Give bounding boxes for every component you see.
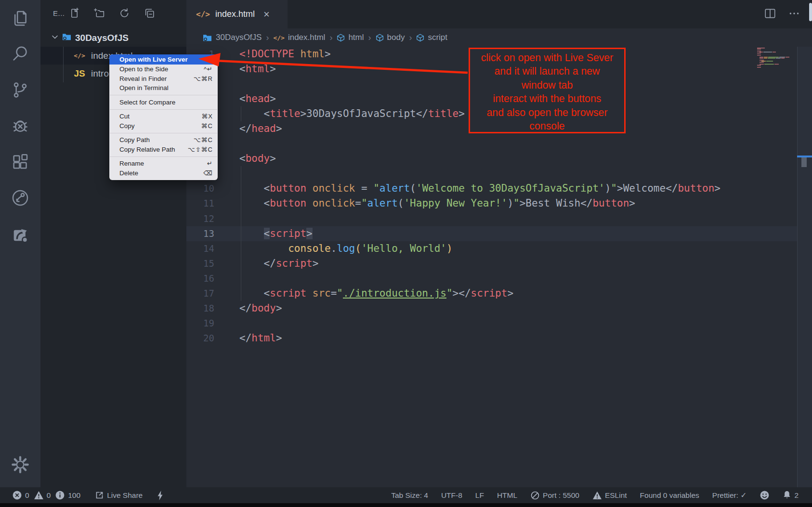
line-content: console.log('Hello, World') (221, 241, 453, 256)
minimap[interactable] (756, 48, 796, 70)
line-content: <button onclick = "alert('Welcome to 30D… (221, 181, 720, 196)
code-line-17[interactable]: 17 <script src="./introduction.js"></scr… (186, 286, 812, 301)
menu-item-open-with-live-server[interactable]: Open with Live Server (109, 54, 218, 65)
breadcrumb-item-html[interactable]: html (337, 33, 364, 42)
status-prettier-[interactable]: Prettier: ✓ (712, 491, 747, 500)
status-label: LF (475, 491, 484, 500)
status-tab-size-4[interactable]: Tab Size: 4 (391, 491, 428, 500)
status-label: HTML (497, 491, 517, 500)
code-line-13[interactable]: 13 <script> (186, 226, 812, 241)
new-file-button[interactable] (68, 7, 80, 21)
menu-separator (110, 156, 217, 157)
html-file-icon: </> (72, 52, 87, 59)
code-line-20[interactable]: 20</html> (186, 331, 812, 346)
line-content (221, 271, 239, 286)
activity-item-extensions[interactable] (10, 153, 30, 173)
menu-separator (110, 95, 217, 95)
status-eslint[interactable]: ESLint (592, 491, 627, 500)
menu-item-copy-relative-path[interactable]: Copy Relative Path⌥⇧⌘C (109, 145, 218, 155)
tab-index-html[interactable]: </> index.html × (186, 0, 288, 28)
menu-item-reveal-in-finder[interactable]: Reveal in Finder⌥⌘R (109, 74, 218, 84)
line-content: </html> (221, 331, 282, 346)
code-line-8[interactable]: 8<body> (186, 151, 812, 166)
line-number: 13 (186, 226, 221, 241)
tab-bar: </> index.html × (186, 0, 812, 28)
menu-item-delete[interactable]: Delete⌫ (109, 169, 218, 178)
activity-item-run-debug[interactable] (10, 117, 30, 137)
menu-item-label: Rename (119, 160, 144, 167)
menu-item-open-in-terminal[interactable]: Open in Terminal (109, 83, 218, 93)
menu-item-copy[interactable]: Copy⌘C (109, 121, 218, 131)
refresh-button[interactable] (118, 7, 131, 21)
status-lf[interactable]: LF (475, 491, 484, 500)
menu-item-shortcut: ⌘X (201, 113, 213, 120)
code-line-11[interactable]: 11 <button onclick="alert('Happy New Yea… (186, 196, 812, 211)
menu-item-select-for-compare[interactable]: Select for Compare (109, 98, 218, 107)
bolt-icon (157, 490, 164, 501)
code-line-10[interactable]: 10 <button onclick = "alert('Welcome to … (186, 181, 812, 196)
split-editor-icon[interactable] (764, 7, 776, 22)
menu-item-copy-path[interactable]: Copy Path⌥⌘C (109, 135, 218, 145)
status-live-share[interactable]: Live Share (94, 491, 143, 500)
breadcrumb-item-index.html[interactable]: </>index.html (273, 33, 325, 42)
port-icon (530, 491, 540, 500)
activity-item-settings[interactable] (10, 455, 30, 476)
line-content: <html> (221, 62, 276, 77)
menu-item-cut[interactable]: Cut⌘X (109, 112, 218, 121)
menu-item-open-to-the-side[interactable]: Open to the Side^↵ (109, 65, 218, 74)
status-html[interactable]: HTML (497, 491, 517, 500)
status-label: 100 (68, 491, 80, 500)
tree-indent-guide (63, 47, 64, 82)
code-line-15[interactable]: 15 </script> (186, 256, 812, 271)
new-folder-icon (93, 13, 105, 21)
menu-item-shortcut: ⌘C (201, 122, 213, 130)
line-number: 10 (186, 181, 221, 196)
status-0[interactable]: 0 (12, 490, 29, 500)
search-icon (11, 44, 30, 65)
tree-root-folder[interactable]: 30DaysOfJS (40, 29, 186, 47)
menu-separator (110, 133, 217, 133)
tab-close-icon[interactable]: × (263, 9, 270, 20)
breadcrumb-item-30DaysOfJS[interactable]: 30DaysOfJS (202, 33, 262, 42)
status-100[interactable]: 100 (55, 490, 80, 500)
more-actions-icon[interactable] (788, 7, 800, 22)
code-line-7[interactable]: 7 (186, 136, 812, 151)
code-line-18[interactable]: 18</body> (186, 301, 812, 316)
info-icon (55, 490, 65, 500)
status-utf-8[interactable]: UTF-8 (441, 491, 462, 500)
status-bolt[interactable] (157, 490, 164, 501)
scrollbar-track[interactable] (797, 47, 812, 487)
status-port-5500[interactable]: Port : 5500 (530, 491, 579, 500)
line-content: </script> (221, 256, 318, 271)
code-line-14[interactable]: 14 console.log('Hello, World') (186, 241, 812, 256)
activity-item-live-share[interactable] (10, 189, 30, 209)
status-label: ESLint (605, 491, 627, 500)
status-smiley[interactable] (760, 490, 770, 500)
smiley-icon (760, 490, 770, 500)
code-line-12[interactable]: 12 (186, 211, 812, 226)
code-line-9[interactable]: 9 (186, 166, 812, 181)
activity-item-source-control[interactable] (10, 81, 30, 101)
symbol-icon (416, 34, 424, 42)
folder-icon (62, 33, 72, 43)
menu-item-shortcut: ⌥⇧⌘C (188, 146, 213, 153)
code-line-16[interactable]: 16 (186, 271, 812, 286)
breadcrumb: 30DaysOfJS›</>index.html›html›body›scrip… (186, 28, 812, 47)
status-2[interactable]: 2 (783, 490, 799, 500)
collapse-all-button[interactable] (144, 7, 156, 21)
activity-item-publish[interactable] (10, 225, 30, 246)
breadcrumb-separator: › (368, 33, 371, 43)
new-folder-button[interactable] (93, 7, 105, 21)
breadcrumb-item-script[interactable]: script (416, 33, 447, 42)
status-0[interactable]: 0 (34, 490, 51, 500)
code-line-19[interactable]: 19 (186, 316, 812, 331)
scrollbar-thumb[interactable] (801, 157, 807, 167)
activity-item-search[interactable] (10, 44, 30, 65)
menu-item-rename[interactable]: Rename↵ (109, 159, 218, 169)
activity-item-explorer[interactable] (10, 10, 30, 30)
breadcrumb-item-body[interactable]: body (376, 33, 405, 42)
run-debug-icon (11, 116, 30, 137)
indent-guide (241, 106, 241, 121)
status-found-0-variables[interactable]: Found 0 variables (640, 491, 699, 500)
line-content (221, 136, 239, 151)
